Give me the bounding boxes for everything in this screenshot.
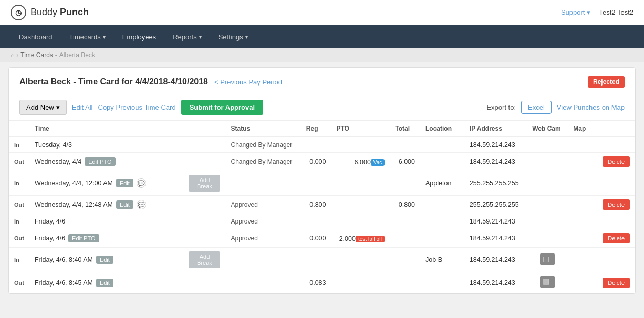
map-cell (568, 196, 595, 214)
add-new-button[interactable]: Add New ▾ (19, 100, 67, 115)
delete-button[interactable]: Delete (603, 199, 630, 210)
comment-icon[interactable]: 💬 (137, 178, 146, 188)
table-row: OutFriday, 4/6, 8:45 AMEdit0.083184.59.2… (9, 272, 635, 293)
location-value (420, 229, 464, 248)
total-value (390, 248, 420, 272)
punch-type: In (14, 257, 19, 263)
total-value (390, 214, 420, 229)
logo-text: Buddy Buddy PunchPunch (30, 7, 89, 18)
punch-date: Wednesday, 4/4 (35, 158, 81, 165)
nav-item-settings[interactable]: Settings ▾ (210, 25, 256, 48)
pto-value (331, 272, 390, 293)
reg-value: 0.000 (301, 153, 331, 171)
edit-all-button[interactable]: Edit All (72, 103, 93, 111)
edit-pto-button[interactable]: Edit PTO (85, 157, 115, 166)
view-punches-map-link[interactable]: View Punches on Map (557, 103, 625, 111)
col-webcam: Web Cam (527, 121, 568, 137)
submit-approval-button[interactable]: Submit for Approval (181, 100, 263, 115)
webcam-cell (527, 248, 568, 272)
pto-badge: Vac (371, 159, 385, 166)
map-cell (568, 214, 595, 229)
location-value (420, 214, 464, 229)
table-row: InTuesday, 4/3Changed By Manager184.59.2… (9, 137, 635, 153)
reg-value: 0.000 (301, 229, 331, 248)
add-break-cell (183, 272, 225, 293)
col-reg: Reg (301, 121, 331, 137)
pto-value: 6.000Vac (331, 153, 390, 171)
timecard-title: Alberta Beck - Time Card for 4/4/2018-4/… (19, 77, 208, 87)
in-out-cell: In (9, 214, 29, 229)
nav-settings-label: Settings (219, 33, 243, 41)
total-value: 0.800 (390, 196, 420, 214)
ip-address-value: 184.59.214.243 (464, 214, 527, 229)
col-map: Map (568, 121, 595, 137)
breadcrumb-separator2: - (55, 51, 57, 59)
edit-button[interactable]: Edit (116, 200, 133, 209)
in-out-cell: Out (9, 196, 29, 214)
total-value: 6.000 (390, 153, 420, 171)
total-value (390, 137, 420, 153)
punch-date: Wednesday, 4/4, 12:00 AM (35, 179, 113, 187)
punch-type: In (14, 180, 19, 186)
delete-button[interactable]: Delete (603, 156, 630, 167)
nav-item-employees[interactable]: Employees (114, 25, 164, 48)
col-ip: IP Address (464, 121, 527, 137)
time-cell: Wednesday, 4/4, 12:00 AMEdit💬 (29, 171, 184, 196)
map-cell (568, 229, 595, 248)
pto-number: 2.000 (339, 235, 356, 242)
time-cell: Friday, 4/6, 8:40 AMEdit (29, 248, 184, 272)
action-cell (596, 137, 635, 153)
edit-button[interactable]: Edit (96, 256, 113, 264)
webcam-thumbnail[interactable] (540, 276, 555, 288)
punch-type: Out (14, 158, 24, 165)
map-cell (568, 153, 595, 171)
time-cell: Wednesday, 4/4, 12:48 AMEdit💬 (29, 196, 184, 214)
prev-pay-period-link[interactable]: < Previous Pay Period (214, 78, 282, 86)
add-break-cell (183, 214, 225, 229)
status-text: Changed By Manager (231, 141, 292, 149)
add-break-cell: Add Break (183, 171, 225, 196)
edit-pto-button[interactable]: Edit PTO (68, 234, 99, 242)
punch-date: Tuesday, 4/3 (35, 141, 72, 149)
map-cell (568, 137, 595, 153)
pto-value (331, 171, 390, 196)
status-cell (225, 272, 300, 293)
export-section: Export to: Excel View Punches on Map (486, 101, 625, 114)
add-new-label: Add New (26, 103, 54, 111)
chevron-down-icon: ▾ (587, 8, 590, 16)
breadcrumb-current: Alberta Beck (59, 51, 95, 59)
breadcrumb-timecards-link[interactable]: Time Cards (20, 51, 53, 59)
add-break-button[interactable]: Add Break (189, 175, 220, 192)
nav-item-reports[interactable]: Reports ▾ (164, 25, 210, 48)
support-label: Support (561, 8, 585, 16)
punch-type: Out (14, 235, 24, 241)
webcam-cell (527, 229, 568, 248)
col-status: Status (225, 121, 300, 137)
support-link[interactable]: Support ▾ (561, 8, 591, 16)
home-icon[interactable]: ⌂ (11, 51, 14, 59)
add-break-cell (183, 137, 225, 153)
add-break-button[interactable]: Add Break (189, 251, 220, 268)
total-value (390, 171, 420, 196)
punch-type: In (14, 218, 19, 225)
edit-button[interactable]: Edit (116, 179, 133, 187)
webcam-thumbnail[interactable] (540, 253, 555, 265)
nav-item-dashboard[interactable]: Dashboard (11, 25, 61, 48)
copy-previous-button[interactable]: Copy Previous Time Card (98, 103, 176, 111)
table-row: InWednesday, 4/4, 12:00 AMEdit💬Add Break… (9, 171, 635, 196)
in-out-cell: Out (9, 272, 29, 293)
add-break-cell (183, 153, 225, 171)
excel-button[interactable]: Excel (521, 101, 552, 114)
status-cell: Approved (225, 214, 300, 229)
delete-button[interactable]: Delete (603, 278, 630, 288)
nav-employees-label: Employees (122, 33, 156, 41)
comment-icon[interactable]: 💬 (137, 200, 146, 209)
status-cell: Approved (225, 229, 300, 248)
delete-button[interactable]: Delete (603, 233, 630, 243)
nav-item-timecards[interactable]: Timecards ▾ (61, 25, 114, 48)
edit-button[interactable]: Edit (96, 279, 113, 287)
breadcrumb-separator: › (16, 51, 18, 59)
punch-type: Out (14, 202, 24, 208)
table-row: OutWednesday, 4/4, 12:48 AMEdit💬Approved… (9, 196, 635, 214)
punch-type: In (14, 142, 19, 148)
